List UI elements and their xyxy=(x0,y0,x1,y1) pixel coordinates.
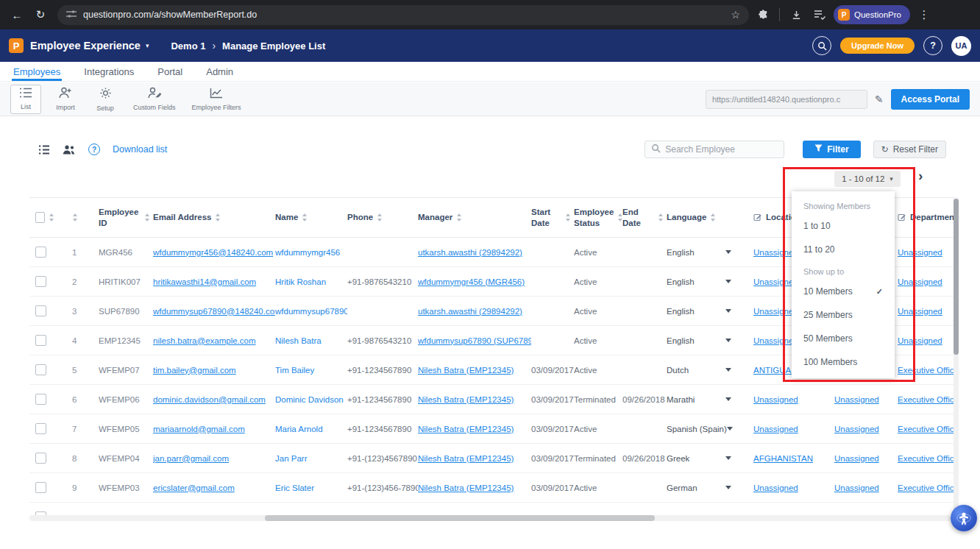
department-link[interactable]: Unassigned xyxy=(898,307,942,316)
sort-icon[interactable] xyxy=(49,213,54,222)
column-header-end-date[interactable]: End Date xyxy=(622,198,667,238)
row-checkbox[interactable] xyxy=(35,247,46,258)
tab-portal[interactable]: Portal xyxy=(156,62,184,81)
language-dropdown-icon[interactable] xyxy=(725,486,731,489)
tab-admin[interactable]: Admin xyxy=(205,62,235,81)
help-icon[interactable]: ? xyxy=(923,36,942,55)
language-dropdown-icon[interactable] xyxy=(725,368,731,372)
email-link[interactable]: nilesh.batra@example.com xyxy=(153,336,256,345)
manager-link[interactable]: Nilesh Batra (EMP12345) xyxy=(418,395,514,404)
location-link[interactable]: Unassigned xyxy=(753,425,798,433)
email-link[interactable]: tim.bailey@gmail.com xyxy=(153,366,236,375)
reading-list-icon[interactable] xyxy=(810,5,829,24)
download-list-link[interactable]: Download list xyxy=(113,144,167,155)
bookmark-star-icon[interactable]: ☆ xyxy=(731,9,740,21)
department-link[interactable]: Executive Office xyxy=(898,366,955,375)
questionpro-logo-icon[interactable]: P xyxy=(9,38,24,53)
access-portal-button[interactable]: Access Portal xyxy=(891,89,970,110)
location-link[interactable]: Unassigned xyxy=(753,395,798,404)
row-checkbox[interactable] xyxy=(35,276,46,287)
chevron-down-icon[interactable]: ▾ xyxy=(146,42,149,49)
column-header-employee-status[interactable]: Employee Status xyxy=(574,198,622,238)
manager-link[interactable]: Nilesh Batra (EMP12345) xyxy=(418,454,514,463)
row-checkbox[interactable] xyxy=(35,335,46,346)
menu-item-range[interactable]: 1 to 10 xyxy=(792,214,895,238)
sort-icon[interactable] xyxy=(215,213,221,222)
employee-name[interactable]: Maria Arnold xyxy=(275,425,323,433)
manager-link[interactable]: Nilesh Batra (EMP12345) xyxy=(418,366,514,375)
sort-icon[interactable] xyxy=(565,213,571,222)
division-link[interactable]: Unassigned xyxy=(834,425,879,433)
email-link[interactable]: wfdummymgr456@148240.com xyxy=(153,248,273,257)
column-header-employee-id[interactable]: Employee ID xyxy=(99,198,153,238)
column-header[interactable] xyxy=(57,198,99,238)
edit-column-icon[interactable] xyxy=(898,213,906,223)
department-link[interactable]: Executive Office xyxy=(898,484,955,492)
manager-link[interactable]: wfdummymgr456 (MGR456) xyxy=(418,277,525,286)
division-link[interactable]: Unassigned xyxy=(834,395,879,404)
email-link[interactable]: mariaarnold@gmail.com xyxy=(153,425,245,433)
address-bar[interactable]: questionpro.com/a/showMemberReport.do ☆ xyxy=(57,5,749,25)
browser-profile-chip[interactable]: P QuestionPro xyxy=(834,5,910,24)
vertical-scrollbar-thumb[interactable] xyxy=(954,199,959,355)
upgrade-now-button[interactable]: Upgrade Now xyxy=(840,38,915,54)
column-header-email-address[interactable]: Email Address xyxy=(153,198,275,238)
download-icon[interactable] xyxy=(787,5,806,24)
language-dropdown-icon[interactable] xyxy=(725,456,731,460)
browser-menu-icon[interactable]: ⋮ xyxy=(915,5,934,24)
department-link[interactable]: Unassigned xyxy=(898,248,942,257)
email-link[interactable]: dominic.davidson@gmail.com xyxy=(153,395,266,404)
tool-list[interactable]: List xyxy=(10,85,41,114)
department-link[interactable]: Unassigned xyxy=(898,336,942,345)
employee-name[interactable]: wfdummymgr456 xyxy=(275,248,340,257)
tab-integrations[interactable]: Integrations xyxy=(82,62,135,81)
sort-icon[interactable] xyxy=(456,213,462,222)
column-header-language[interactable]: Language xyxy=(667,198,753,238)
employee-name[interactable]: Nilesh Batra xyxy=(275,336,322,345)
department-link[interactable]: Unassigned xyxy=(898,277,942,286)
menu-item-range[interactable]: 11 to 20 xyxy=(792,238,895,261)
employee-name[interactable]: Tim Bailey xyxy=(275,366,314,375)
email-link[interactable]: wfdummysup67890@148240.com xyxy=(153,307,275,316)
tool-employee-filters[interactable]: Employee Filters xyxy=(188,85,245,114)
tab-employees[interactable]: Employees xyxy=(12,62,62,81)
row-checkbox[interactable] xyxy=(35,364,46,375)
manager-link[interactable]: wfdummysup67890 (SUP67890) xyxy=(418,336,531,345)
sort-icon[interactable] xyxy=(302,213,308,222)
menu-item-page-size[interactable]: 25 Members xyxy=(792,303,895,327)
email-link[interactable]: jan.parr@gmail.com xyxy=(153,454,229,463)
column-header[interactable] xyxy=(29,198,57,238)
sort-icon[interactable] xyxy=(617,213,622,222)
sort-icon[interactable] xyxy=(144,213,150,222)
column-header-start-date[interactable]: Start Date xyxy=(531,198,574,238)
manager-link[interactable]: Nilesh Batra (EMP12345) xyxy=(418,425,514,433)
reset-filter-button[interactable]: ↻ Reset Filter xyxy=(873,141,946,158)
language-dropdown-icon[interactable] xyxy=(725,397,731,401)
division-link[interactable]: Unassigned xyxy=(834,454,879,463)
email-link[interactable]: hritikawasthi14@gmail.com xyxy=(153,277,256,286)
next-page-button[interactable]: › xyxy=(918,168,923,184)
sort-icon[interactable] xyxy=(377,213,383,222)
search-icon[interactable] xyxy=(812,36,831,55)
horizontal-scrollbar-thumb[interactable] xyxy=(265,515,655,521)
language-dropdown-icon[interactable] xyxy=(725,339,731,342)
tool-import[interactable]: Import xyxy=(50,85,81,114)
row-checkbox[interactable] xyxy=(35,423,46,434)
tool-setup[interactable]: Setup xyxy=(90,85,121,114)
sort-icon[interactable] xyxy=(710,213,716,222)
language-dropdown-icon[interactable] xyxy=(725,280,731,283)
employee-name[interactable]: Jan Parr xyxy=(275,454,307,463)
refresh-icon[interactable]: ↻ xyxy=(31,5,50,24)
list-view-icon[interactable] xyxy=(38,145,50,155)
extensions-icon[interactable] xyxy=(753,5,773,24)
product-switcher[interactable]: Employee Experience xyxy=(30,40,141,52)
sort-icon[interactable] xyxy=(658,213,664,222)
groups-icon[interactable] xyxy=(63,145,76,155)
department-link[interactable]: Executive Office xyxy=(898,454,955,463)
breadcrumb-item[interactable]: Demo 1 xyxy=(171,40,205,52)
search-input[interactable] xyxy=(665,144,778,155)
sort-icon[interactable] xyxy=(72,213,78,222)
employee-name[interactable]: Dominic Davidson xyxy=(275,395,344,404)
manager-link[interactable]: Nilesh Batra (EMP12345) xyxy=(418,484,514,492)
row-checkbox[interactable] xyxy=(35,482,46,493)
